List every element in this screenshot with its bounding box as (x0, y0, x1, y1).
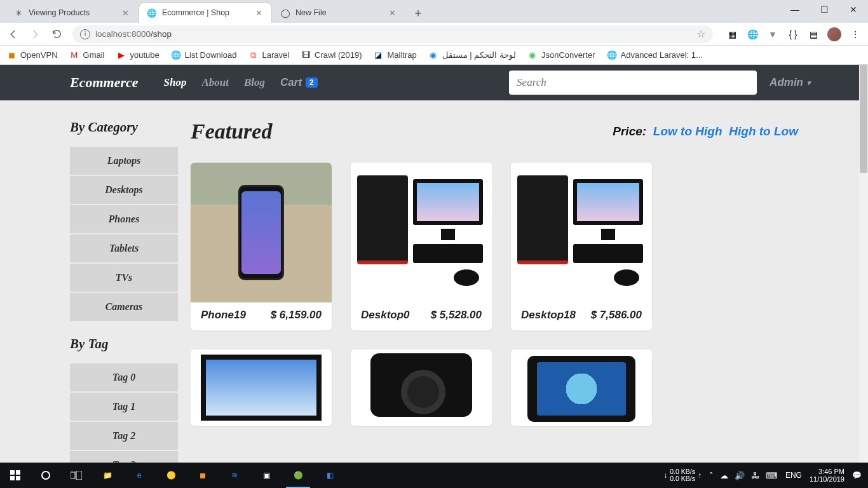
new-tab-button[interactable]: ＋ (409, 4, 427, 22)
nav-blog[interactable]: Blog (244, 76, 265, 89)
tab-close-0[interactable]: ✕ (120, 8, 130, 18)
sort-low-to-high[interactable]: Low to High (653, 125, 722, 138)
tab-strip: ✳︎ Viewing Products ✕ 🌐 Ecommerce | Shop… (5, 3, 427, 23)
bookmark-youtube[interactable]: ▶youtube (116, 50, 159, 60)
tab-close-2[interactable]: ✕ (387, 8, 397, 18)
product-card-desktop18[interactable]: Desktop18 $ 7,586.00 (511, 163, 652, 330)
taskbar-app-chrome-active[interactable]: 🟢 (282, 463, 314, 488)
taskbar-app-sublime[interactable]: ◼ (187, 463, 219, 488)
svg-rect-3 (16, 476, 20, 480)
tab-title-1: Ecommerce | Shop (162, 8, 248, 17)
cat-tvs[interactable]: TVs (70, 264, 178, 293)
price-label: Price: (613, 125, 646, 138)
tray-keyboard-icon[interactable]: ⌨ (766, 471, 778, 480)
forward-button[interactable] (25, 25, 44, 44)
ext-icon-5[interactable]: ▤ (807, 28, 820, 41)
product-card-phone19[interactable]: Phone19 $ 6,159.00 (191, 163, 332, 330)
taskbar-app-chrome-1[interactable]: 🟡 (155, 463, 187, 488)
window-controls: — ☐ ✕ (780, 0, 868, 19)
bookmark-crawl[interactable]: 🎞Crawl (2019) (301, 50, 362, 60)
bookmark-jsonconverter[interactable]: ◉JsonConverter (527, 50, 595, 60)
main-area: Featured Price: Low to High High to Low … (191, 119, 798, 463)
cat-laptops[interactable]: Laptops (70, 147, 178, 176)
qt-icon: ◉ (527, 50, 538, 60)
taskbar-app-terminal[interactable]: ▣ (250, 463, 282, 488)
tag-3[interactable]: Tag 3 (70, 451, 178, 463)
product-card-row2-1[interactable] (191, 349, 332, 426)
taskbar-app-edge[interactable]: e (123, 463, 155, 488)
taskbar-app-vscode[interactable]: ≋ (219, 463, 250, 488)
product-image (511, 163, 652, 302)
reload-button[interactable] (47, 25, 66, 44)
browser-tab-2[interactable]: ◯ New File ✕ (272, 3, 405, 23)
maximize-button[interactable]: ☐ (810, 0, 839, 19)
tray-onedrive-icon[interactable]: ☁ (720, 471, 728, 480)
cortana-button[interactable] (31, 463, 61, 488)
openvpn-icon: ◼ (6, 50, 17, 60)
product-image (351, 349, 492, 426)
github-icon: ◯ (280, 8, 290, 18)
product-card-row2-3[interactable] (511, 349, 652, 426)
bookmark-mostaql[interactable]: ◉لوحة التحكم | مستقل (428, 50, 516, 60)
ext-icon-1[interactable]: ▦ (726, 28, 738, 41)
browser-tab-0[interactable]: ✳︎ Viewing Products ✕ (5, 3, 139, 23)
clock-date: 11/10/2019 (810, 475, 844, 483)
site-brand[interactable]: Ecommerce (70, 74, 139, 91)
start-button[interactable] (0, 463, 31, 488)
tag-0[interactable]: Tag 0 (70, 363, 178, 393)
admin-dropdown[interactable]: Admin ▾ (770, 76, 811, 89)
ext-icon-2[interactable]: 🌐 (746, 28, 759, 41)
sort-high-to-low[interactable]: High to Low (729, 125, 798, 138)
taskbar-app-explorer[interactable]: 📁 (92, 463, 123, 488)
site-info-icon[interactable]: i (80, 29, 90, 39)
tag-2[interactable]: Tag 2 (70, 422, 178, 451)
tray-volume-icon[interactable]: 🔊 (735, 471, 745, 480)
nav-about[interactable]: About (201, 76, 229, 89)
ext-icon-3[interactable]: ▼ (766, 28, 779, 41)
nav-shop[interactable]: Shop (164, 76, 187, 89)
cat-cameras[interactable]: Cameras (70, 293, 178, 322)
bookmark-openvpn[interactable]: ◼OpenVPN (6, 50, 58, 60)
product-card-desktop0[interactable]: Desktop0 $ 5,528.00 (351, 163, 492, 330)
system-tray[interactable]: ˄ ☁ 🔊 🖧 ⌨ (709, 471, 778, 480)
taskbar-app-mysql[interactable]: ◧ (314, 463, 346, 488)
tray-network-icon[interactable]: 🖧 (751, 471, 759, 480)
product-card-row2-2[interactable] (351, 349, 492, 426)
tray-language[interactable]: ENG (785, 471, 802, 480)
arrow-down-icon: ↓ (663, 471, 667, 480)
browser-tab-1[interactable]: 🌐 Ecommerce | Shop ✕ (139, 3, 272, 23)
cat-desktops[interactable]: Desktops (70, 176, 178, 205)
tab-title-2: New File (295, 8, 382, 17)
profile-avatar[interactable] (827, 27, 841, 41)
taskbar-clock[interactable]: 3:46 PM 11/10/2019 (810, 468, 844, 483)
vertical-scrollbar-track[interactable] (859, 65, 868, 463)
vertical-scrollbar-thumb[interactable] (860, 65, 867, 173)
extensions-row: ▦ 🌐 ▼ { } ▤ ⋮ (726, 27, 862, 41)
nav-cart[interactable]: Cart 2 (280, 76, 318, 89)
taskbar-left (0, 463, 92, 488)
ext-icon-4[interactable]: { } (787, 28, 799, 41)
cat-tablets[interactable]: Tablets (70, 234, 178, 264)
task-view-button[interactable] (61, 463, 92, 488)
close-window-button[interactable]: ✕ (839, 0, 868, 19)
bookmark-star-icon[interactable]: ☆ (696, 28, 705, 40)
bookmark-listdownload[interactable]: 🌐List Download (171, 50, 237, 60)
clock-time: 3:46 PM (810, 468, 844, 475)
bookmark-laravel[interactable]: ⧉Laravel (248, 50, 289, 60)
globe-icon: 🌐 (171, 50, 181, 60)
minimize-button[interactable]: — (780, 0, 810, 19)
bookmark-advlaravel[interactable]: 🌐Advanced Laravel: 1... (607, 50, 703, 60)
chrome-menu-icon[interactable]: ⋮ (849, 28, 862, 41)
tray-chevron-icon[interactable]: ˄ (709, 471, 714, 480)
action-center-icon[interactable]: 💬 (852, 471, 862, 480)
address-bar[interactable]: i localhost:8000/shop ☆ (72, 25, 713, 43)
bookmark-mailtrap[interactable]: ◪Mailtrap (373, 50, 416, 60)
arrow-up-icon: ↑ (698, 471, 702, 480)
product-image (191, 349, 332, 426)
bookmark-gmail[interactable]: MGmail (69, 50, 105, 60)
search-input[interactable] (509, 71, 757, 95)
tag-1[interactable]: Tag 1 (70, 393, 178, 422)
back-button[interactable] (4, 25, 23, 44)
cat-phones[interactable]: Phones (70, 205, 178, 234)
tab-close-1[interactable]: ✕ (254, 8, 264, 18)
